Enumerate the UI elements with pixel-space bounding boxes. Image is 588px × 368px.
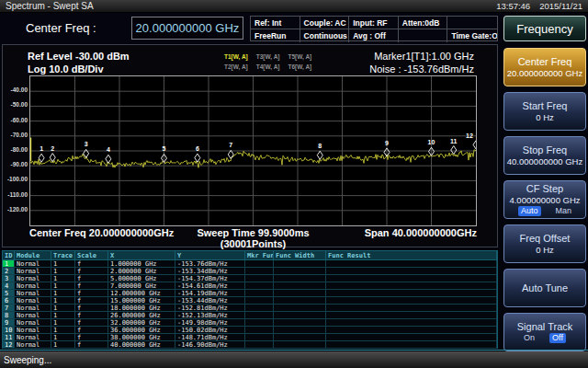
center-freq-input[interactable]: 20.000000000 GHz: [131, 17, 243, 40]
table-row-id-11[interactable]: 11: [3, 334, 15, 341]
table-cell: f: [75, 319, 108, 327]
softkey-value: 0 Hz: [536, 245, 554, 255]
table-cell: -153.34dBm/Hz: [175, 268, 245, 275]
table-cell: 1: [51, 305, 75, 312]
trace-tag-t1: T1[W, A]: [224, 52, 248, 62]
table-cell: [245, 275, 274, 282]
table-cell: [326, 260, 497, 268]
table-header-module: Module: [15, 251, 51, 260]
status-cell-0-2: Input: RF: [349, 17, 399, 29]
table-cell: f: [75, 334, 108, 341]
table-cell: Normal: [15, 268, 51, 275]
trace-tag-row-2: T2[W, A]T4[W, A]T6[W, A]: [224, 62, 311, 72]
softkey-label: Center Freq: [518, 56, 572, 67]
softkey-stop-freq[interactable]: Stop Freq40.000000000 GHz: [503, 136, 586, 175]
plot-area: 123456789101112: [29, 75, 477, 226]
table-row-id-5[interactable]: 5: [3, 290, 15, 297]
softkey-value: 20.000000000 GHz: [507, 68, 582, 78]
marker-number-10: 10: [428, 139, 435, 145]
y-axis-label--60.00: -60.00: [4, 117, 28, 123]
table-cell: [326, 334, 497, 341]
trace-tag-t3: T3[W, A]: [256, 52, 280, 62]
y-axis-label--70.00: -70.00: [4, 132, 28, 138]
y-axis-label--50.00: -50.00: [4, 101, 28, 108]
marker-number-4: 4: [107, 146, 110, 153]
table-cell: 1: [51, 275, 75, 282]
status-grid: Ref: IntCouple: ACInput: RFAtten:0dBFree…: [250, 16, 498, 41]
table-cell: [245, 282, 274, 290]
table-row-id-2[interactable]: 2: [3, 268, 15, 275]
table-row-id-9[interactable]: 9: [3, 319, 15, 327]
softkey-start-freq[interactable]: Start Freq0 Hz: [503, 92, 586, 131]
table-row-id-12[interactable]: 12: [3, 341, 15, 349]
table-row-id-3[interactable]: 3: [3, 275, 15, 282]
table-cell: [274, 341, 326, 349]
table-cell: 36.000000 GHz: [108, 327, 175, 334]
marker-number-11: 11: [450, 138, 458, 144]
y-axis-label--90.00: -90.00: [4, 161, 28, 167]
table-cell: [245, 319, 274, 327]
table-cell: -149.98dBm/Hz: [175, 319, 245, 327]
marker-number-1: 1: [40, 145, 43, 152]
table-cell: 1: [51, 334, 75, 341]
table-cell: f: [75, 327, 108, 334]
trace-indicators: T1[W, A]T3[W, A]T5[W, A]T2[W, A]T4[W, A]…: [224, 52, 311, 72]
table-row-id-10[interactable]: 10: [3, 327, 15, 334]
table-cell: 1: [51, 282, 75, 290]
control-bar: Center Freq : 20.000000000 GHz Ref: IntC…: [0, 13, 588, 43]
softkey-label: Auto Tune: [522, 282, 568, 293]
softkey-menu: Center Freq20.000000000 GHzStart Freq0 H…: [502, 43, 588, 351]
table-cell: [245, 260, 274, 268]
softkey-label: Freq Offset: [520, 233, 571, 244]
softkey-signal-track[interactable]: Signal TrackOnOff: [503, 313, 586, 351]
table-cell: [274, 260, 326, 268]
table-cell: 26.000000 GHz: [108, 312, 175, 319]
marker-number-3: 3: [85, 141, 88, 147]
table-cell: 5.000000 GHz: [108, 275, 175, 282]
menu-title-frequency[interactable]: Frequency: [503, 16, 586, 41]
toggle-option-on[interactable]: On: [524, 333, 535, 343]
trace-tag-t5: T5[W, A]: [288, 52, 312, 62]
status-cell-1-3: [399, 29, 448, 42]
marker-diamond-11: [451, 146, 457, 155]
table-cell: -154.61dBm/Hz: [175, 282, 245, 290]
table-cell: Normal: [15, 341, 51, 349]
softkey-value: 0 Hz: [536, 112, 554, 122]
table-cell: [326, 305, 497, 312]
table-cell: [326, 290, 497, 297]
softkey-cf-step[interactable]: CF Step4.000000000 GHzAutoMan: [503, 180, 586, 219]
softkey-freq-offset[interactable]: Freq Offset0 Hz: [503, 224, 586, 263]
date-display: 2015/11/21: [539, 1, 582, 11]
time-display: 13:57:46: [496, 1, 530, 11]
table-cell: f: [75, 282, 108, 290]
table-cell: [245, 341, 274, 349]
y-axis-label--120.00: -120.00: [4, 206, 28, 213]
table-row-id-4[interactable]: 4: [3, 282, 15, 290]
table-cell: [326, 282, 497, 290]
table-row-id-8[interactable]: 8: [3, 312, 15, 319]
marker-number-2: 2: [51, 145, 54, 152]
table-row-id-6[interactable]: 6: [3, 297, 15, 305]
table-cell: [326, 297, 497, 305]
trace-tag-t4: T4[W, A]: [256, 62, 280, 72]
softkey-auto-tune[interactable]: Auto Tune: [503, 269, 586, 307]
table-cell: Normal: [15, 319, 51, 327]
marker-number-5: 5: [163, 145, 166, 152]
toggle-option-off[interactable]: Off: [549, 333, 566, 343]
table-cell: -148.71dBm/Hz: [175, 334, 245, 341]
toggle-option-man[interactable]: Man: [556, 206, 572, 216]
table-cell: [274, 282, 326, 290]
log-scale-label: Log 10.0 dB/Div: [28, 63, 130, 75]
table-cell: f: [75, 268, 108, 275]
table-row-id-1[interactable]: 1: [3, 260, 15, 268]
status-cell-0-4: [447, 17, 497, 29]
marker-number-12: 12: [466, 132, 473, 139]
toggle-option-auto[interactable]: Auto: [518, 206, 541, 216]
ref-level-label: Ref Level -30.00 dBm: [28, 50, 130, 63]
softkey-center-freq[interactable]: Center Freq20.000000000 GHz: [503, 48, 586, 86]
table-cell: f: [75, 260, 108, 268]
table-cell: [274, 290, 326, 297]
amplitude-readout: Ref Level -30.00 dBm Log 10.0 dB/Div: [28, 50, 130, 75]
table-cell: 38.000000 GHz: [108, 334, 175, 341]
table-row-id-7[interactable]: 7: [3, 305, 15, 312]
